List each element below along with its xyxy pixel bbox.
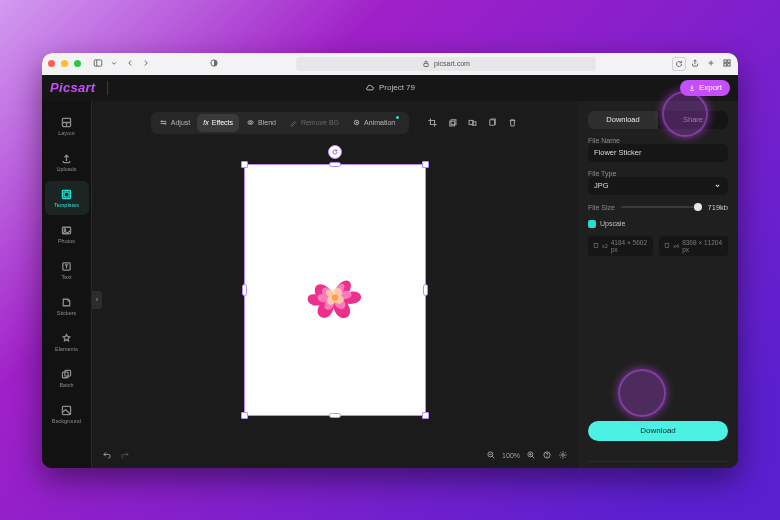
svg-line-42: [532, 456, 534, 458]
tool-adjust[interactable]: Adjust: [153, 114, 196, 132]
flower-image[interactable]: [293, 257, 377, 335]
zoom-out-icon[interactable]: [486, 450, 496, 461]
divider: [588, 461, 728, 462]
upscale-x4[interactable]: x48368 × 11204 px: [659, 236, 728, 256]
address-bar[interactable]: picsart.com: [296, 57, 596, 71]
lock-icon: [421, 59, 431, 69]
upscale-x2[interactable]: x24184 × 5602 px: [588, 236, 653, 256]
reload-button[interactable]: [672, 57, 686, 71]
rail-photos[interactable]: Photos: [45, 217, 89, 251]
layers-icon[interactable]: [445, 116, 459, 130]
shield-icon[interactable]: [209, 58, 219, 70]
tabs-icon[interactable]: [722, 58, 732, 70]
canvas-stage[interactable]: [92, 137, 578, 444]
resize-handle[interactable]: [422, 161, 429, 168]
project-title[interactable]: Project 79: [365, 83, 415, 93]
delete-icon[interactable]: [505, 116, 519, 130]
svg-point-35: [332, 294, 338, 300]
svg-line-38: [492, 456, 494, 458]
rail-uploads-label: Uploads: [56, 166, 76, 172]
tab-download[interactable]: Download: [588, 111, 658, 129]
share-icon[interactable]: [690, 58, 700, 70]
position-icon[interactable]: [465, 116, 479, 130]
svg-marker-29: [356, 121, 358, 123]
tool-remove-bg[interactable]: Remove BG: [283, 114, 345, 132]
rail-uploads[interactable]: Uploads: [45, 145, 89, 179]
svg-rect-9: [728, 63, 731, 66]
rail-layout[interactable]: Layout: [45, 109, 89, 143]
rail-text[interactable]: Text: [45, 253, 89, 287]
filename-field[interactable]: Flower Sticker: [588, 144, 728, 162]
app-logo[interactable]: Picsart: [50, 80, 95, 95]
rail-background-label: Background: [52, 418, 81, 424]
export-button[interactable]: Export: [680, 80, 730, 96]
rail-layout-label: Layout: [58, 130, 75, 136]
rail-batch-label: Batch: [59, 382, 73, 388]
svg-rect-47: [666, 244, 670, 248]
left-rail: Layout Uploads Templates Photos Text Sti…: [42, 101, 92, 468]
redo-icon[interactable]: [120, 450, 130, 461]
settings-icon[interactable]: [558, 450, 568, 461]
tab-share[interactable]: Share: [658, 111, 728, 129]
traffic-close-icon[interactable]: [48, 60, 55, 67]
svg-rect-0: [94, 59, 102, 65]
rotate-handle[interactable]: [328, 145, 342, 159]
project-name: Project 79: [379, 83, 415, 92]
zoom-value[interactable]: 100%: [502, 452, 520, 459]
nav-forward-icon[interactable]: [141, 58, 151, 70]
upscale-checkbox[interactable]: Upscale: [588, 220, 728, 228]
panel-tabs: Download Share: [588, 111, 728, 129]
rail-expand-button[interactable]: ›: [92, 291, 102, 309]
new-tab-icon[interactable]: [706, 58, 716, 70]
filename-label: File Name: [588, 137, 728, 144]
rail-stickers[interactable]: Stickers: [45, 289, 89, 323]
nav-back-icon[interactable]: [125, 58, 135, 70]
filetype-select[interactable]: JPG: [588, 177, 728, 195]
export-panel: Download Share File Name Flower Sticker …: [578, 101, 738, 468]
filesize-value: 719kb: [708, 203, 728, 212]
resize-handle[interactable]: [422, 412, 429, 419]
tool-effects[interactable]: fxEffects: [197, 114, 239, 132]
filesize-slider[interactable]: [621, 206, 702, 208]
rail-elements[interactable]: Elements: [45, 325, 89, 359]
resize-handle[interactable]: [423, 284, 428, 296]
undo-icon[interactable]: [102, 450, 112, 461]
rail-templates[interactable]: Templates: [45, 181, 89, 215]
resize-handle[interactable]: [329, 413, 341, 418]
svg-rect-34: [489, 120, 494, 126]
rail-text-label: Text: [61, 274, 71, 280]
svg-point-44: [547, 457, 548, 458]
rail-templates-label: Templates: [54, 202, 79, 208]
duplicate-icon[interactable]: [485, 116, 499, 130]
checkbox-icon: [588, 220, 596, 228]
resize-handle[interactable]: [241, 161, 248, 168]
export-label: Export: [699, 83, 722, 92]
slider-thumb[interactable]: [694, 203, 702, 211]
chevron-down-icon: [713, 181, 722, 190]
traffic-max-icon[interactable]: [74, 60, 81, 67]
resize-handle[interactable]: [329, 162, 341, 167]
status-dot-icon: [396, 116, 399, 119]
download-button[interactable]: Download: [588, 421, 728, 441]
filesize-label: File Size: [588, 204, 615, 211]
chevron-down-icon[interactable]: [109, 58, 119, 70]
svg-rect-3: [424, 63, 428, 66]
artboard[interactable]: [245, 165, 425, 415]
crop-icon[interactable]: [425, 116, 439, 130]
resize-handle[interactable]: [241, 412, 248, 419]
tool-animation[interactable]: Animation: [346, 114, 407, 132]
rail-batch[interactable]: Batch: [45, 361, 89, 395]
rail-stickers-label: Stickers: [57, 310, 77, 316]
svg-rect-6: [724, 59, 727, 62]
svg-point-17: [64, 228, 66, 230]
zoom-in-icon[interactable]: [526, 450, 536, 461]
traffic-min-icon[interactable]: [61, 60, 68, 67]
svg-rect-7: [728, 59, 731, 62]
tool-blend[interactable]: Blend: [240, 114, 282, 132]
resize-handle[interactable]: [242, 284, 247, 296]
bottom-bar: 100%: [92, 444, 578, 468]
sidebar-toggle-icon[interactable]: [93, 58, 103, 70]
svg-rect-15: [64, 192, 69, 197]
help-icon[interactable]: [542, 450, 552, 461]
rail-background[interactable]: Background: [45, 397, 89, 431]
